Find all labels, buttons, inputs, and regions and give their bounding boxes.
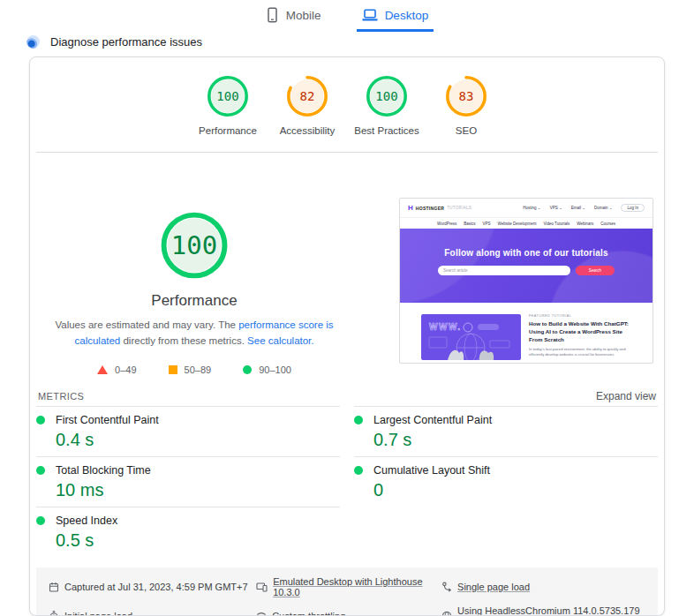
captured-at-text: Captured at Jul 31, 2023, 4:59 PM GMT+7 xyxy=(64,582,248,592)
fail-triangle-icon xyxy=(97,365,108,374)
chromium-text[interactable]: Using HeadlessChromium 114.0.5735.179 wi… xyxy=(457,605,645,616)
thumb-logo-text: HOSTINGER xyxy=(416,206,444,211)
pass-dot-icon xyxy=(36,416,45,424)
seo-gauge: 83 xyxy=(445,75,487,117)
thumb-login-button: Log In xyxy=(621,204,645,212)
legend-average: 50–89 xyxy=(169,364,212,375)
thumb-subnav-item: WordPress xyxy=(437,222,456,226)
initial-load-info: Initial page load xyxy=(49,605,256,616)
thumb-logo-sub: TUTORIALS xyxy=(447,206,471,210)
best-practices-gauge: 100 xyxy=(366,75,408,117)
fork-icon xyxy=(441,582,452,592)
diagnose-toggle-label: Diagnose performance issues xyxy=(50,35,202,49)
accessibility-score-label: Accessibility xyxy=(280,125,336,136)
score-accessibility[interactable]: 82 Accessibility xyxy=(268,75,347,136)
thumb-hero: Follow along with one of our tutorials S… xyxy=(400,229,653,303)
legend-fail: 0–49 xyxy=(97,364,136,375)
metric-fcp: First Contentful Paint 0.4 s xyxy=(36,406,340,456)
main-performance-gauge: 100 xyxy=(160,211,229,280)
throttling-text[interactable]: Custom throttling xyxy=(272,611,345,616)
thumb-subnav-item: Webinars xyxy=(577,222,593,226)
metric-lcp-value: 0.7 s xyxy=(373,430,658,450)
performance-score-label: Performance xyxy=(199,125,257,136)
pass-circle-icon xyxy=(243,365,252,374)
thumb-article-title: How to Build a Website With ChatGPT: Usi… xyxy=(529,320,633,344)
diagnose-toggle[interactable]: Diagnose performance issues xyxy=(26,33,694,50)
metric-si: Speed Index 0.5 s xyxy=(36,507,340,557)
best-practices-score-value: 100 xyxy=(366,75,408,117)
best-practices-score-label: Best Practices xyxy=(354,125,419,136)
metric-lcp-name: Largest Contentful Paint xyxy=(373,414,492,426)
chromium-info: Using HeadlessChromium 114.0.5735.179 wi… xyxy=(441,605,645,616)
accessibility-score-value: 82 xyxy=(286,75,328,117)
legend-pass: 90–100 xyxy=(243,364,291,375)
metric-tbt-value: 10 ms xyxy=(56,480,340,500)
average-range: 50–89 xyxy=(185,364,212,375)
accessibility-gauge: 82 xyxy=(286,75,328,117)
page-load-text[interactable]: Single page load xyxy=(457,582,530,592)
throttling-info: Custom throttling xyxy=(256,605,441,616)
performance-summary: 100 Performance Values are estimated and… xyxy=(30,153,664,375)
metric-tbt: Total Blocking Time 10 ms xyxy=(36,456,340,507)
thumb-subnav-item: Website Development xyxy=(498,222,537,226)
tab-desktop[interactable]: Desktop xyxy=(357,4,434,32)
thumb-nav-hosting: Hosting ⌄ xyxy=(523,206,540,210)
summary-description: Values are estimated and may vary. The p… xyxy=(55,318,334,349)
thumb-nav-vps: VPS ⌄ xyxy=(550,206,562,210)
pass-dot-icon xyxy=(36,516,45,525)
device-tabs: Mobile Desktop xyxy=(0,0,694,32)
metric-lcp: Largest Contentful Paint 0.7 s xyxy=(354,406,658,456)
thumb-nav-domain: Domain ⌄ xyxy=(594,206,613,210)
desc-text-1: Values are estimated and may vary. The xyxy=(55,319,238,330)
throttling-icon xyxy=(256,611,267,616)
metric-cls-name: Cumulative Layout Shift xyxy=(373,464,490,477)
pass-dot-icon xyxy=(354,466,363,475)
page-load-info: Single page load xyxy=(441,576,645,597)
thumb-search-button: Search xyxy=(576,266,615,275)
score-performance[interactable]: 100 Performance xyxy=(188,75,268,136)
pass-dot-icon xyxy=(354,416,363,424)
performance-score-value: 100 xyxy=(207,75,249,117)
metric-si-value: 0.5 s xyxy=(56,530,340,551)
final-screenshot-thumbnail[interactable]: H HOSTINGER TUTORIALS Hosting ⌄ VPS ⌄ Em… xyxy=(399,198,653,364)
desc-text-2: directly from these metrics. xyxy=(120,335,247,346)
metrics-section-title: METRICS xyxy=(38,391,84,402)
stopwatch-icon xyxy=(49,611,59,616)
initial-load-text: Initial page load xyxy=(64,611,132,616)
thumb-subnav: WordPress Basics VPS Website Development… xyxy=(400,217,653,229)
score-seo[interactable]: 83 SEO xyxy=(426,75,506,136)
captured-at: Captured at Jul 31, 2023, 4:59 PM GMT+7 xyxy=(49,576,256,597)
metric-si-name: Speed Index xyxy=(56,515,117,527)
globe-icon xyxy=(441,611,452,616)
thumb-subnav-item: Courses xyxy=(600,222,615,226)
radar-icon xyxy=(26,35,40,49)
seo-score-value: 83 xyxy=(445,75,487,117)
see-calculator-link[interactable]: See calculator. xyxy=(247,335,313,346)
thumb-logo-icon: H xyxy=(408,204,413,212)
calendar-icon xyxy=(49,582,59,592)
thumb-nav-email: Email ⌄ xyxy=(571,206,585,210)
thumb-article-image: WWW. xyxy=(421,314,521,360)
thumb-hero-title: Follow along with one of our tutorials xyxy=(400,248,653,258)
thumb-article-excerpt: In today's fast-paced environment, the a… xyxy=(529,347,633,358)
svg-text:WWW.: WWW. xyxy=(429,322,462,332)
score-best-practices[interactable]: 100 Best Practices xyxy=(347,75,426,136)
category-scores-row: 100 Performance 82 Accessibility 100 xyxy=(30,57,664,136)
thumb-search-input: Search article xyxy=(438,266,570,275)
thumb-subnav-item: Video Tutorials xyxy=(544,222,570,226)
thumb-site-header: H HOSTINGER TUTORIALS Hosting ⌄ VPS ⌄ Em… xyxy=(400,199,653,217)
expand-view-button[interactable]: Expand view xyxy=(596,390,656,402)
metric-fcp-value: 0.4 s xyxy=(56,430,340,450)
summary-left: 100 Performance Values are estimated and… xyxy=(39,153,350,375)
pass-dot-icon xyxy=(36,466,45,475)
tab-mobile[interactable]: Mobile xyxy=(260,4,327,32)
metrics-left-column: First Contentful Paint 0.4 s Total Block… xyxy=(36,406,340,557)
emulation-text[interactable]: Emulated Desktop with Lighthouse 10.3.0 xyxy=(273,576,441,597)
summary-title: Performance xyxy=(151,292,237,310)
emulation-info: Emulated Desktop with Lighthouse 10.3.0 xyxy=(256,576,441,597)
metrics-section: METRICS Expand view First Contentful Pai… xyxy=(30,387,664,557)
thumb-featured-section: WWW. FEATURED TUTORIAL How to Build a We… xyxy=(400,303,653,360)
runtime-settings-bar: Captured at Jul 31, 2023, 4:59 PM GMT+7 … xyxy=(36,567,658,616)
main-performance-score: 100 xyxy=(160,211,229,280)
lighthouse-report-card: 100 Performance 82 Accessibility 100 xyxy=(29,56,665,616)
